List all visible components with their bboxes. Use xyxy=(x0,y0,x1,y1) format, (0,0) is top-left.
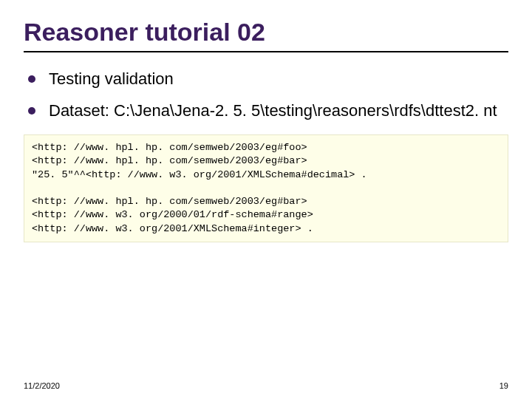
code-block: <http: //www. hpl. hp. com/semweb/2003/e… xyxy=(24,134,508,242)
bullet-list: Testing validation Dataset: C:\Jena\Jena… xyxy=(24,69,508,121)
bullet-item: Testing validation xyxy=(28,69,508,90)
title-divider xyxy=(24,51,508,52)
slide-footer: 11/2/2020 19 xyxy=(24,381,508,390)
bullet-item: Dataset: C:\Jena\Jena-2. 5. 5\testing\re… xyxy=(28,100,508,122)
slide-title: Reasoner tutorial 02 xyxy=(24,18,508,47)
slide: Reasoner tutorial 02 Testing validation … xyxy=(0,0,532,399)
footer-date: 11/2/2020 xyxy=(24,381,60,390)
footer-page-number: 19 xyxy=(499,381,508,390)
